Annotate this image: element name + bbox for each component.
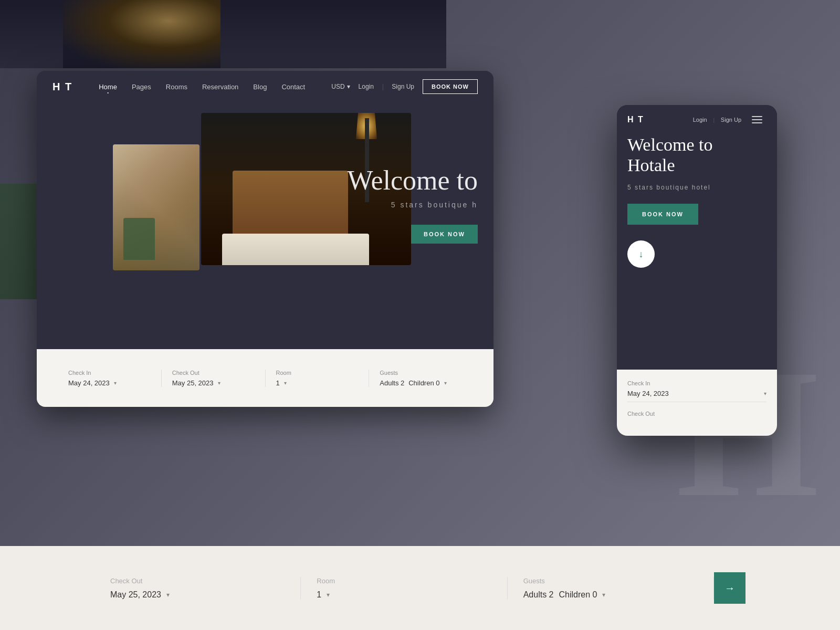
desktop-browser-card: H T Home Pages Rooms Reservation Blog Co… <box>37 71 494 407</box>
bottom-guests-label: Guests <box>523 577 698 585</box>
mobile-checkin-value: May 24, 2023 ▾ <box>627 390 766 402</box>
desktop-logo: H T <box>52 81 72 93</box>
guests-field[interactable]: Guests Adults 2 Children 0 ▾ <box>369 370 472 387</box>
desktop-nav: H T Home Pages Rooms Reservation Blog Co… <box>37 71 494 102</box>
bottom-room-number: 1 <box>317 590 321 600</box>
checkin-arrow-icon: ▾ <box>114 380 117 386</box>
mobile-nav-right: Login | Sign Up <box>693 112 766 127</box>
hamburger-line-2 <box>752 119 762 120</box>
top-background-strip <box>0 0 446 68</box>
currency-selector[interactable]: USD ▾ <box>331 83 350 90</box>
room-label: Room <box>276 370 359 376</box>
mobile-nav-sep: | <box>713 117 715 123</box>
currency-arrow-icon: ▾ <box>347 83 350 90</box>
hero-subtitle: 5 stars boutique h <box>348 201 478 209</box>
desktop-nav-right: USD ▾ Login | Sign Up BOOK NOW <box>331 79 478 94</box>
checkout-arrow-icon: ▾ <box>218 380 220 386</box>
bottom-search-button[interactable]: → <box>714 572 746 604</box>
desktop-booking-bar: Check In May 24, 2023 ▾ Check Out May 25… <box>37 349 494 407</box>
checkin-field[interactable]: Check In May 24, 2023 ▾ <box>58 370 162 387</box>
mobile-checkout-label: Check Out <box>627 411 766 417</box>
bottom-room-label: Room <box>317 577 491 585</box>
desktop-nav-links: Home Pages Rooms Reservation Blog Contac… <box>99 83 331 91</box>
nav-login-link[interactable]: Login <box>359 83 374 90</box>
nav-link-blog[interactable]: Blog <box>253 83 267 91</box>
mobile-welcome-line2: Hotale <box>627 155 675 175</box>
nav-link-home[interactable]: Home <box>99 83 117 91</box>
bottom-guests-value: Adults 2 Children 0 ▾ <box>523 590 698 600</box>
guests-label: Guests <box>380 370 462 376</box>
nav-signup-link[interactable]: Sign Up <box>392 83 414 90</box>
hamburger-line-3 <box>752 122 762 123</box>
checkin-date: May 24, 2023 <box>68 379 110 387</box>
nav-link-reservation[interactable]: Reservation <box>202 83 238 91</box>
bottom-checkout-date: May 25, 2023 <box>110 590 161 600</box>
mobile-welcome-line1: Welcome to <box>627 135 712 154</box>
currency-label: USD <box>331 83 344 90</box>
guests-value: Adults 2 Children 0 ▾ <box>380 379 462 387</box>
mobile-checkin-arrow-icon: ▾ <box>764 391 766 396</box>
guests-arrow-icon: ▾ <box>444 380 447 386</box>
checkout-value: May 25, 2023 ▾ <box>172 379 255 387</box>
checkin-label: Check In <box>68 370 151 376</box>
mobile-phone-card: H T Login | Sign Up Welcome to Hotale 5 … <box>617 105 777 436</box>
room-field[interactable]: Room 1 ▾ <box>266 370 370 387</box>
mobile-booking-section: Check In May 24, 2023 ▾ Check Out <box>617 370 777 436</box>
mobile-card-inner: H T Login | Sign Up Welcome to Hotale 5 … <box>617 105 777 436</box>
room-chair <box>123 218 155 260</box>
hamburger-menu-button[interactable] <box>752 112 766 127</box>
room-number: 1 <box>276 379 280 387</box>
bottom-checkout-value: May 25, 2023 ▾ <box>110 590 285 600</box>
checkout-date: May 25, 2023 <box>172 379 214 387</box>
bottom-checkout-label: Check Out <box>110 577 285 585</box>
mobile-logo: H T <box>627 115 693 124</box>
room-arrow-icon: ▾ <box>284 380 287 386</box>
bottom-checkout-arrow-icon: ▾ <box>166 591 170 598</box>
hero-welcome-title: Welcome to <box>348 165 478 195</box>
nav-link-contact[interactable]: Contact <box>281 83 305 91</box>
checkout-label: Check Out <box>172 370 255 376</box>
checkout-field[interactable]: Check Out May 25, 2023 ▾ <box>162 370 266 387</box>
room-image-left <box>113 144 200 270</box>
adults-value: Adults 2 <box>380 379 404 387</box>
scroll-down-icon: ↓ <box>639 249 644 260</box>
hero-text-block: Welcome to 5 stars boutique h BOOK NOW <box>348 165 478 244</box>
children-value: Children 0 <box>408 379 439 387</box>
nav-link-rooms[interactable]: Rooms <box>166 83 187 91</box>
mobile-subtitle: 5 stars boutique hotel <box>627 184 766 191</box>
room-value: 1 ▾ <box>276 379 359 387</box>
desktop-hero-section: Welcome to 5 stars boutique h BOOK NOW <box>37 102 494 360</box>
mobile-welcome-title: Welcome to Hotale <box>627 134 766 175</box>
mobile-book-now-button[interactable]: BOOK NOW <box>627 204 698 225</box>
bed-headboard <box>233 171 348 244</box>
mobile-checkin-field[interactable]: Check In May 24, 2023 ▾ <box>627 380 766 402</box>
bottom-room-value: 1 ▾ <box>317 590 491 600</box>
bottom-guests-field[interactable]: Guests Adults 2 Children 0 ▾ <box>508 577 714 600</box>
bottom-booking-bar: Check Out May 25, 2023 ▾ Room 1 ▾ Guests… <box>0 546 840 630</box>
nav-divider: | <box>382 83 383 91</box>
mobile-checkout-field[interactable]: Check Out <box>627 411 766 417</box>
nav-link-pages[interactable]: Pages <box>132 83 151 91</box>
bottom-children: Children 0 <box>559 590 597 600</box>
bottom-checkout-field[interactable]: Check Out May 25, 2023 ▾ <box>94 577 301 600</box>
mobile-hero-section: Welcome to Hotale 5 stars boutique hotel… <box>617 134 777 370</box>
desktop-book-now-button[interactable]: BOOK NOW <box>423 79 478 94</box>
hamburger-line-1 <box>752 116 762 117</box>
mobile-checkin-label: Check In <box>627 380 766 386</box>
top-lamp-image <box>63 0 220 68</box>
mobile-checkin-date: May 24, 2023 <box>627 390 669 397</box>
mobile-login-link[interactable]: Login <box>693 117 707 123</box>
checkin-value: May 24, 2023 ▾ <box>68 379 151 387</box>
mobile-nav: H T Login | Sign Up <box>617 105 777 134</box>
bottom-adults: Adults 2 <box>523 590 554 600</box>
bottom-room-arrow-icon: ▾ <box>327 591 330 598</box>
hero-book-now-button[interactable]: BOOK NOW <box>411 225 478 244</box>
mobile-signup-link[interactable]: Sign Up <box>721 117 741 123</box>
mobile-scroll-down-button[interactable]: ↓ <box>627 240 655 268</box>
bottom-room-field[interactable]: Room 1 ▾ <box>301 577 507 600</box>
bottom-guests-arrow-icon: ▾ <box>602 591 605 598</box>
